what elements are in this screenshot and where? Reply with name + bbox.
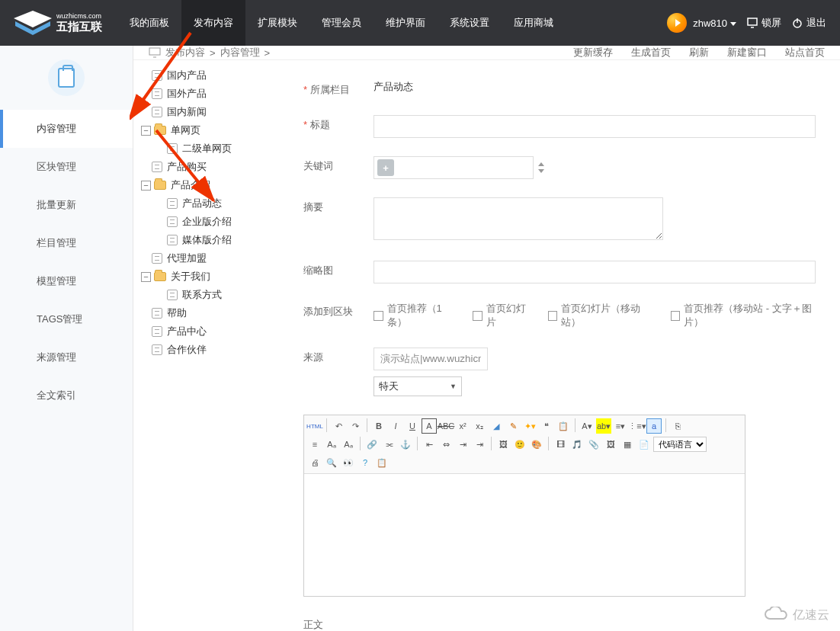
superscript-icon[interactable]: x² [455,418,470,434]
tree-node-7[interactable]: 产品动态 [133,194,290,213]
sidebar-item-6[interactable]: 来源管理 [0,338,133,376]
tree-node-3[interactable]: −单网页 [133,121,290,139]
tree-node-8[interactable]: 企业版介绍 [133,213,290,231]
audio-icon[interactable]: 🎵 [569,437,585,452]
palette-icon[interactable]: 🎨 [529,437,544,452]
checkbox-icon[interactable] [374,311,383,321]
tree-node-2[interactable]: 国内新闻 [133,103,290,121]
zoom-icon[interactable]: 🔍 [324,455,339,470]
paste-icon[interactable]: 📋 [556,418,571,434]
checkbox-icon[interactable] [473,311,483,321]
help-icon[interactable]: ? [357,455,373,470]
title-input[interactable] [374,115,816,138]
anchor-icon[interactable]: ⚓ [398,437,413,452]
emoji-icon[interactable]: 🙂 [512,437,527,452]
tree-node-9[interactable]: 媒体版介绍 [133,231,290,249]
eraser-icon[interactable]: ◢ [489,418,504,434]
tree-node-10[interactable]: 代理加盟 [133,249,290,267]
tree-node-12[interactable]: 联系方式 [133,286,290,304]
logout-button[interactable]: 退出 [792,16,826,30]
brush-icon[interactable]: ✎ [505,418,521,434]
checkbox-icon[interactable] [671,311,681,321]
sidebar-item-0[interactable]: 内容管理 [0,110,133,148]
nav-item-4[interactable]: 维护界面 [374,0,438,46]
sidebar-item-3[interactable]: 栏目管理 [0,224,133,262]
sidebar-item-2[interactable]: 批量更新 [0,186,133,224]
tree-node-1[interactable]: 国外产品 [133,85,290,103]
bold-icon[interactable]: B [371,418,386,434]
strike-icon[interactable]: ABC [438,418,454,434]
attach-icon[interactable]: 📎 [586,437,601,452]
sidebar-item-4[interactable]: 模型管理 [0,262,133,300]
keywords-input[interactable]: + [374,156,534,179]
binoculars-icon[interactable]: 👀 [341,455,356,470]
video-icon[interactable]: 🎞 [553,437,568,452]
summary-textarea[interactable] [374,197,663,240]
nav-item-1[interactable]: 发布内容 [181,0,245,46]
nav-item-3[interactable]: 管理会员 [309,0,374,46]
plus-icon[interactable]: + [377,159,394,176]
block-checkbox-3[interactable]: 首页推荐（移动站 - 文字＋图片） [671,302,826,329]
highlight-icon[interactable]: ab▾ [596,418,611,434]
unordered-list-icon[interactable]: ⋮≡▾ [630,418,645,434]
code-language-select[interactable]: 代码语言 [653,437,707,452]
sub-action-1[interactable]: 生成首页 [631,46,671,59]
tree-node-15[interactable]: 合作伙伴 [133,341,290,359]
wand-icon[interactable]: ✦▾ [522,418,537,434]
nav-item-2[interactable]: 扩展模块 [245,0,309,46]
font-color-icon[interactable]: A▾ [579,418,595,434]
align-left-icon[interactable]: ⇤ [422,437,437,452]
page-icon[interactable]: 📄 [636,437,652,452]
subscript-icon[interactable]: x₂ [472,418,487,434]
lock-screen-button[interactable]: 锁屏 [747,16,781,30]
link-icon[interactable]: 🔗 [364,437,380,452]
ordered-list-icon[interactable]: ≡▾ [613,418,628,434]
sidebar-item-7[interactable]: 全文索引 [0,376,133,415]
image-icon[interactable]: 🖼 [495,437,511,452]
copy-icon[interactable]: ⎘ [670,418,685,434]
nav-item-6[interactable]: 应用商城 [502,0,566,46]
sub-action-2[interactable]: 刷新 [689,46,709,59]
user-menu[interactable]: zhw810 [667,13,736,33]
insert-image-icon[interactable]: 🖼 [603,437,618,452]
font-caps-icon[interactable]: Aₐ [324,437,339,452]
block-checkbox-0[interactable]: 首页推荐（1条） [374,302,459,329]
tree-node-13[interactable]: 帮助 [133,304,290,322]
font-small-icon[interactable]: Aₐ [341,437,356,452]
checkbox-icon[interactable] [548,311,558,321]
tree-node-0[interactable]: 国内产品 [133,66,290,85]
block-checkbox-1[interactable]: 首页幻灯片 [473,302,534,329]
html-source-button[interactable]: HTML [307,418,322,434]
quote-icon[interactable]: ❝ [539,418,554,434]
a-box-icon[interactable]: a [646,418,662,434]
source-input[interactable] [374,348,488,370]
print-icon[interactable]: 🖨 [307,455,322,470]
justify-icon[interactable]: ≡ [307,437,322,452]
block-checkbox-2[interactable]: 首页幻灯片（移动站） [548,302,657,329]
nav-item-0[interactable]: 我的面板 [117,0,181,46]
box-icon[interactable]: A [422,418,437,434]
collapse-icon[interactable]: − [141,181,151,191]
clipboard-icon[interactable]: 📋 [374,455,390,470]
sub-action-4[interactable]: 站点首页 [785,46,825,59]
tree-node-14[interactable]: 产品中心 [133,322,290,341]
sub-action-3[interactable]: 新建窗口 [727,46,767,59]
undo-icon[interactable]: ↶ [331,418,346,434]
source-select[interactable]: 特天 [374,376,462,396]
table-icon[interactable]: ▦ [620,437,635,452]
thumbnail-input[interactable] [374,261,816,283]
redo-icon[interactable]: ↷ [348,418,363,434]
nav-item-5[interactable]: 系统设置 [438,0,502,46]
collapse-icon[interactable]: − [141,126,151,136]
sidebar-item-5[interactable]: TAGS管理 [0,300,133,338]
align-center-icon[interactable]: ⇔ [438,437,454,452]
sub-action-0[interactable]: 更新缓存 [573,46,613,59]
tree-node-4[interactable]: 二级单网页 [133,139,290,158]
editor-body[interactable] [304,474,745,596]
collapse-icon[interactable]: − [141,272,151,282]
indent-icon[interactable]: ⇥ [472,437,487,452]
underline-icon[interactable]: U [405,418,420,434]
sidebar-item-1[interactable]: 区块管理 [0,148,133,186]
italic-icon[interactable]: I [388,418,403,434]
unlink-icon[interactable]: ⫘ [381,437,396,452]
